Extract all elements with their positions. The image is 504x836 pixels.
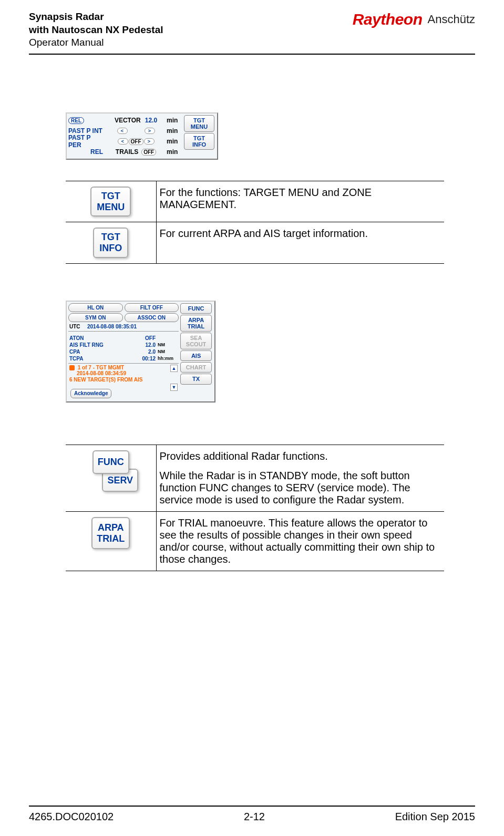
title-line-2: with Nautoscan NX Pedestal [29, 24, 163, 37]
l: ARPATRIAL [188, 317, 204, 329]
v: OFF [110, 335, 158, 341]
k: ATON [69, 335, 110, 341]
inc-button[interactable]: > [145, 128, 155, 134]
vector-value: 12.0 [145, 117, 157, 124]
assoc-on-button[interactable]: ASSOC ON [125, 313, 179, 322]
unit-min: min [167, 138, 181, 145]
hl-on-button[interactable]: HL ON [68, 303, 123, 312]
page-footer: 4265.DOC020102 2-12 Edition Sep 2015 [29, 806, 475, 823]
scroll-down-button[interactable]: ▼ [170, 384, 178, 391]
vector-panel-side: TGT MENU TGT INFO [184, 115, 214, 151]
alarm-scroll: ▲ ▼ [170, 365, 178, 386]
btn-l1: TGT [101, 232, 120, 242]
desc-cell: For TRIAL manoeuvre. This feature allows… [156, 511, 444, 571]
brand-logo: Raytheon Anschütz [353, 11, 475, 28]
status-panel-side: FUNC ARPATRIAL SEASCOUT AIS CHART TX [180, 303, 212, 386]
unit-min: min [167, 148, 181, 156]
vector-row-3: PAST P PER < OFF > min [68, 136, 181, 147]
vector-row-1: REL VECTOR 12.0 min [68, 115, 181, 126]
rel-trails-label: REL [68, 148, 105, 156]
filt-off-button[interactable]: FILT OFF [125, 303, 179, 312]
aton-line: ATON OFF [68, 335, 179, 342]
k: TCPA [69, 356, 110, 362]
desc-cell: For the functions: TARGET MENU and ZONE … [156, 181, 444, 222]
u: hh:mm [158, 356, 178, 361]
inc-button[interactable]: > [144, 138, 155, 145]
u: NM [158, 349, 178, 354]
subtitle: Operator Manual [29, 36, 163, 49]
chart-button[interactable]: CHART [180, 362, 212, 373]
func-icon[interactable]: FUNC [92, 450, 129, 474]
header-titles: Synapsis Radar with Nautoscan NX Pedesta… [29, 11, 163, 49]
table-row: ARPA TRIAL For TRIAL manoeuvre. This fea… [66, 511, 444, 571]
tgt-info-l1: TGT [193, 135, 205, 141]
cpa-line: CPA 2.0 NM [68, 348, 179, 355]
desc-cell: For current ARPA and AIS target informat… [156, 222, 444, 263]
utc-line: UTC 2014-08-08 08:35:01 [68, 323, 179, 332]
vector-row-4: REL TRAILS OFF min [68, 147, 181, 157]
vector-label: VECTOR [115, 117, 141, 124]
footer-page-number: 2-12 [244, 811, 265, 823]
footer-rule [29, 806, 475, 807]
status-panel: HL ON FILT OFF SYM ON ASSOC ON UTC 2014-… [66, 301, 215, 402]
l1: ARPA [98, 522, 124, 533]
tgt-info-l2: INFO [192, 141, 206, 148]
footer-doc-id: 4265.DOC020102 [29, 811, 114, 823]
tcpa-line: TCPA 00:12 hh:mm [68, 355, 179, 362]
rel-toggle[interactable]: REL [68, 117, 84, 124]
description-table-2: FUNC SERV Provides additional Radar func… [66, 445, 444, 571]
k: CPA [69, 349, 110, 355]
header-rule [29, 54, 475, 55]
v: 2.0 [110, 349, 158, 355]
footer-edition: Edition Sep 2015 [395, 811, 475, 823]
off-value: OFF [129, 138, 143, 145]
l2: TRIAL [97, 533, 125, 544]
ais-button[interactable]: AIS [180, 350, 212, 361]
sea-scout-button[interactable]: SEASCOUT [180, 333, 212, 349]
vector-panel-rows: REL VECTOR 12.0 min PAST P INT < > min P… [68, 115, 181, 157]
tgt-menu-l2: MENU [191, 123, 208, 130]
alarm-icon [69, 365, 75, 370]
arpa-trial-button[interactable]: ARPATRIAL [180, 315, 212, 332]
tgt-info-button[interactable]: TGT INFO [184, 133, 214, 150]
acknowledge-button[interactable]: Acknowledge [70, 389, 111, 398]
unit-min: min [167, 127, 181, 135]
tgt-menu-icon[interactable]: TGT MENU [90, 187, 131, 216]
v: 00:12 [110, 356, 158, 362]
tgt-menu-button[interactable]: TGT MENU [184, 115, 214, 132]
page-header: Synapsis Radar with Nautoscan NX Pedesta… [29, 11, 475, 49]
utc-label: UTC [69, 324, 85, 329]
btn-l2: MENU [97, 202, 125, 212]
alarm-line-3: 6 NEW TARGET(S) FROM AIS [69, 377, 142, 383]
table-row: FUNC SERV Provides additional Radar func… [66, 445, 444, 511]
u: NM [158, 342, 178, 347]
status-panel-left: HL ON FILT OFF SYM ON ASSOC ON UTC 2014-… [68, 303, 179, 400]
past-p-per-label: PAST P PER [68, 134, 105, 149]
btn-l1: TGT [101, 191, 120, 201]
alarm-line-2: 2014-08-08 08:34:59 [77, 370, 126, 376]
v: 12.0 [110, 342, 158, 348]
l: SEASCOUT [186, 335, 207, 347]
desc-p1: Provides additional Radar functions. [160, 450, 441, 462]
dec-button[interactable]: < [117, 128, 128, 134]
brand-raytheon: Raytheon [353, 11, 423, 28]
ais-filt-rng-line: AIS FILT RNG 12.0 NM [68, 342, 179, 348]
vector-panel: REL VECTOR 12.0 min PAST P INT < > min P… [66, 112, 218, 160]
trails-label: TRAILS [116, 148, 138, 156]
brand-anschutz: Anschütz [428, 13, 476, 26]
arpa-trial-icon[interactable]: ARPA TRIAL [91, 517, 130, 549]
func-button[interactable]: FUNC [180, 303, 212, 314]
tgt-menu-l1: TGT [193, 117, 205, 123]
table-row: TGT INFO For current ARPA and AIS target… [66, 222, 444, 263]
desc-p2: While the Radar is in STANDBY mode, the … [160, 470, 441, 506]
sym-on-button[interactable]: SYM ON [68, 313, 123, 322]
tgt-info-icon[interactable]: TGT INFO [93, 228, 128, 257]
unit-min: min [167, 117, 181, 124]
past-p-int-label: PAST P INT [68, 127, 105, 135]
dec-button[interactable]: < [118, 138, 128, 145]
btn-l2: INFO [99, 243, 122, 253]
trails-off: OFF [141, 149, 156, 156]
k: AIS FILT RNG [69, 342, 110, 348]
tx-button[interactable]: TX [180, 374, 212, 384]
scroll-up-button[interactable]: ▲ [170, 365, 178, 372]
